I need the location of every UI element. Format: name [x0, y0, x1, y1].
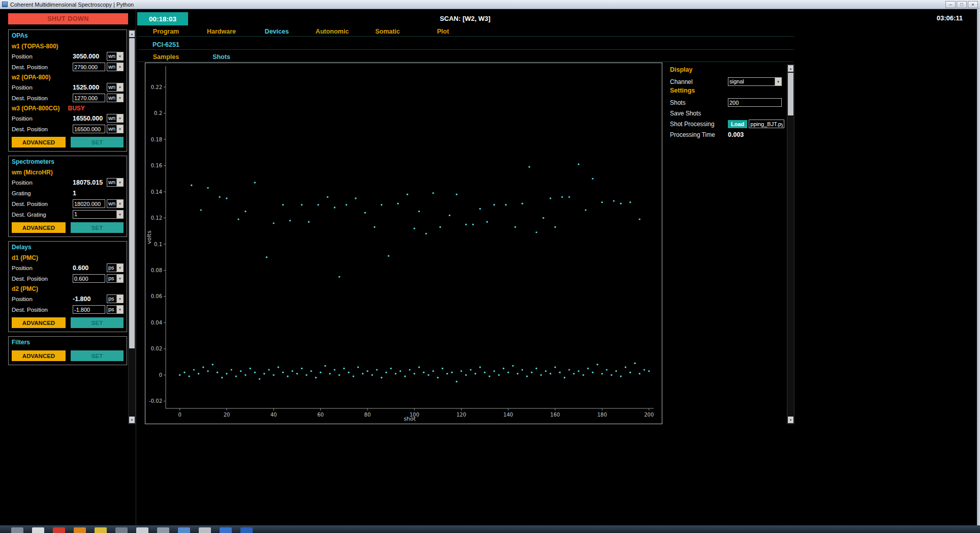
- units-combo[interactable]: ps▼: [107, 274, 124, 283]
- windows-taskbar[interactable]: [0, 525, 980, 533]
- tab-samples[interactable]: Samples: [138, 53, 194, 62]
- shots-plot[interactable]: -0.0200.020.040.060.080.10.120.140.160.1…: [145, 63, 662, 424]
- tab-somatic[interactable]: Somatic: [360, 27, 415, 36]
- shots-input[interactable]: [728, 98, 782, 107]
- units-value: ps: [107, 275, 116, 282]
- units-combo[interactable]: wn▼: [107, 125, 124, 133]
- set-button[interactable]: SET: [71, 317, 124, 328]
- maximize-button[interactable]: □: [957, 1, 967, 8]
- tab-plot[interactable]: Plot: [415, 27, 471, 36]
- position-value: 3050.000: [73, 53, 105, 60]
- window-titlebar[interactable]: Coherent Multidimensional Spectroscopy |…: [0, 0, 980, 9]
- tab-program[interactable]: Program: [138, 27, 194, 36]
- units-combo[interactable]: wn▼: [107, 63, 124, 71]
- chevron-down-icon: ▼: [116, 295, 123, 303]
- scroll-up-icon[interactable]: ▲: [788, 65, 793, 72]
- app-icon: [2, 2, 8, 7]
- set-button[interactable]: SET: [71, 350, 124, 361]
- channel-label: Channel: [670, 78, 728, 85]
- hardware-name-label: d1 (PMC): [12, 254, 38, 261]
- minimize-button[interactable]: –: [945, 1, 956, 8]
- units-value: ps: [107, 295, 116, 303]
- main-scrollbar[interactable]: ▲ ▼: [787, 64, 794, 424]
- tab-autonomic[interactable]: Autonomic: [304, 27, 360, 36]
- dest-position-row: Dest. Position ps▼: [12, 304, 124, 315]
- units-value: ps: [107, 306, 116, 313]
- advanced-button[interactable]: ADVANCED: [12, 350, 66, 361]
- taskbar-icon[interactable]: [95, 527, 107, 533]
- svg-text:60: 60: [317, 412, 324, 418]
- hardware-name: d1 (PMC): [12, 253, 124, 262]
- taskbar-icon[interactable]: [220, 527, 232, 533]
- units-combo[interactable]: ps▼: [107, 305, 124, 314]
- units-combo[interactable]: wn▼: [107, 83, 124, 92]
- svg-text:shot: shot: [404, 416, 416, 422]
- taskbar-icon[interactable]: [115, 527, 128, 533]
- set-button[interactable]: SET: [71, 222, 124, 233]
- scrollbar-thumb[interactable]: [129, 38, 135, 348]
- scroll-up-icon[interactable]: ▲: [129, 31, 135, 37]
- shots-chart[interactable]: -0.0200.020.040.060.080.10.120.140.160.1…: [145, 63, 662, 424]
- scroll-down-icon[interactable]: ▼: [788, 417, 793, 423]
- dest-position-input[interactable]: [73, 125, 105, 133]
- dest-grating-combo[interactable]: 1▼: [73, 210, 124, 219]
- panel-spectrometers: Spectrometers wm (MicroHR) Position 1807…: [8, 156, 127, 237]
- shutdown-button[interactable]: SHUT DOWN: [8, 13, 128, 24]
- window-controls: – □ ×: [945, 1, 978, 8]
- shot-processing-row: Shot Processing Load: [670, 119, 786, 129]
- row-label: Position: [12, 180, 71, 186]
- tab-pci-6251[interactable]: PCI-6251: [138, 41, 194, 49]
- svg-text:200: 200: [644, 412, 654, 418]
- svg-text:0.2: 0.2: [154, 110, 162, 116]
- dest-position-input[interactable]: [73, 94, 105, 102]
- set-button[interactable]: SET: [71, 137, 124, 147]
- units-combo[interactable]: wn▼: [107, 52, 124, 61]
- scroll-down-icon[interactable]: ▼: [129, 417, 135, 423]
- units-combo[interactable]: wn▼: [107, 114, 124, 123]
- advanced-button[interactable]: ADVANCED: [12, 317, 66, 328]
- dest-position-input[interactable]: [73, 199, 105, 208]
- sidebar-scrollbar[interactable]: ▲ ▼: [128, 29, 136, 424]
- channel-combo[interactable]: signal▼: [728, 77, 782, 86]
- advanced-button[interactable]: ADVANCED: [12, 222, 66, 233]
- tab-shots[interactable]: Shots: [194, 53, 249, 62]
- taskbar-icon[interactable]: [11, 527, 23, 533]
- position-row: Position 0.600 ps▼: [12, 262, 124, 273]
- taskbar-icon[interactable]: [240, 527, 253, 533]
- hardware-name: wm (MicroHR): [12, 167, 124, 177]
- hardware-name-label: wm (MicroHR): [12, 169, 53, 176]
- taskbar-icon[interactable]: [178, 527, 190, 533]
- dest-position-input[interactable]: [73, 274, 105, 283]
- taskbar-icon[interactable]: [199, 527, 211, 533]
- units-combo[interactable]: wn▼: [107, 94, 124, 102]
- taskbar-icon[interactable]: [136, 527, 148, 533]
- hardware-name: w2 (OPA-800): [12, 72, 124, 82]
- device-settings-panel: Display Channel signal▼ Settings Shots S…: [670, 66, 786, 140]
- units-combo[interactable]: wn▼: [107, 178, 124, 187]
- close-button[interactable]: ×: [968, 1, 978, 8]
- row-label: Dest. Position: [12, 126, 71, 132]
- position-value: 0.600: [73, 264, 105, 272]
- tab-devices[interactable]: Devices: [249, 27, 304, 36]
- load-button[interactable]: Load: [728, 120, 747, 128]
- tab-hardware[interactable]: Hardware: [194, 27, 249, 36]
- advanced-button[interactable]: ADVANCED: [12, 137, 66, 147]
- dest-position-input[interactable]: [73, 305, 105, 314]
- units-combo[interactable]: ps▼: [107, 294, 124, 303]
- dest-position-row: Dest. Position wn▼: [12, 198, 124, 209]
- hardware-name-label: d2 (PMC): [12, 285, 38, 292]
- taskbar-icon[interactable]: [74, 527, 86, 533]
- scrollbar-thumb[interactable]: [788, 73, 793, 115]
- script-input[interactable]: [749, 120, 784, 128]
- system-clock: 03:06:11: [937, 14, 963, 22]
- taskbar-icon[interactable]: [157, 527, 169, 533]
- units-value: wn: [107, 125, 116, 133]
- taskbar-icon[interactable]: [53, 527, 65, 533]
- dest-position-input[interactable]: [73, 63, 105, 71]
- panel-title: Delays: [12, 244, 124, 253]
- units-combo[interactable]: ps▼: [107, 263, 124, 272]
- grating-value: 1: [73, 190, 105, 197]
- dest-position-row: Dest. Position wn▼: [12, 62, 124, 72]
- taskbar-icon[interactable]: [32, 527, 44, 533]
- units-combo[interactable]: wn▼: [107, 199, 124, 208]
